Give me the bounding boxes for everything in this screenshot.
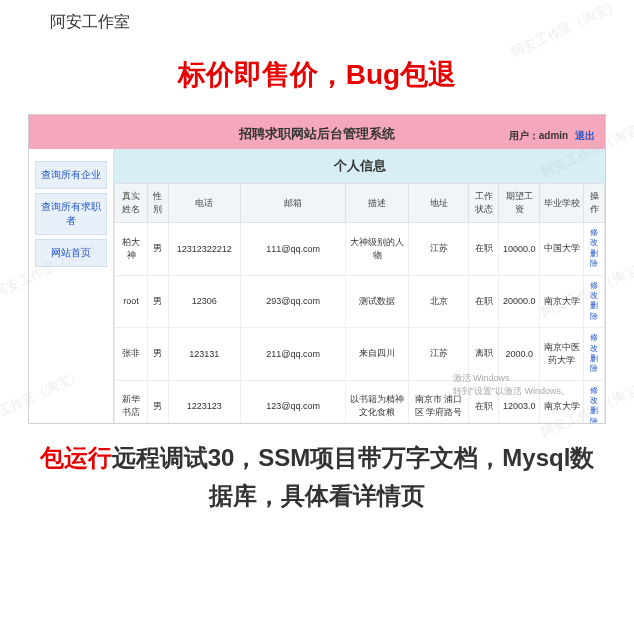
username: admin <box>539 130 568 141</box>
table-cell: 柏大神 <box>115 223 148 276</box>
admin-screenshot: 招聘求职网站后台管理系统 用户：admin 退出 查询所有企业 查询所有求职者 … <box>28 114 606 424</box>
headline-2-red: 包运行 <box>40 444 112 471</box>
table-cell: 来自四川 <box>346 328 408 381</box>
table-header-cell: 期望工资 <box>499 184 540 223</box>
table-cell: 江苏 <box>408 223 468 276</box>
table-cell: 南京大学 <box>540 275 584 328</box>
user-bar: 用户：admin 退出 <box>509 129 595 143</box>
table-header-cell: 毕业学校 <box>540 184 584 223</box>
table-header-row: 真实姓名性别电话邮箱描述地址工作状态期望工资毕业学校操作 <box>115 184 605 223</box>
table-cell: 123131 <box>168 328 240 381</box>
table-header-cell: 性别 <box>148 184 169 223</box>
table-header-cell: 工作状态 <box>469 184 499 223</box>
table-cell: 在职 <box>469 275 499 328</box>
user-label: 用户： <box>509 130 539 141</box>
table-row: root男12306293@qq.com测试数据北京在职20000.0南京大学修… <box>115 275 605 328</box>
headline-1: 标价即售价，Bug包退 <box>0 56 634 94</box>
admin-header: 招聘求职网站后台管理系统 用户：admin 退出 <box>29 115 605 149</box>
delete-link[interactable]: 删除 <box>587 249 601 270</box>
table-cell: root <box>115 275 148 328</box>
table-cell: 男 <box>148 380 169 423</box>
brand-label: 阿安工作室 <box>0 0 634 41</box>
table-header-cell: 真实姓名 <box>115 184 148 223</box>
table-cell: 男 <box>148 223 169 276</box>
logout-link[interactable]: 退出 <box>575 130 595 141</box>
table-row: 柏大神男12312322212111@qq.com大神级别的人物江苏在职1000… <box>115 223 605 276</box>
edit-link[interactable]: 修改 <box>587 333 601 354</box>
table-cell: 张非 <box>115 328 148 381</box>
admin-title: 招聘求职网站后台管理系统 <box>239 126 395 141</box>
action-cell: 修改删除 <box>584 275 605 328</box>
table-header-cell: 电话 <box>168 184 240 223</box>
table-cell: 293@qq.com <box>240 275 346 328</box>
table-cell: 12306 <box>168 275 240 328</box>
table-cell: 测试数据 <box>346 275 408 328</box>
sidebar-item-jobseekers[interactable]: 查询所有求职者 <box>35 193 107 235</box>
action-cell: 修改删除 <box>584 223 605 276</box>
table-cell: 男 <box>148 328 169 381</box>
table-header-cell: 地址 <box>408 184 468 223</box>
edit-link[interactable]: 修改 <box>587 281 601 302</box>
main-title: 个人信息 <box>114 149 605 183</box>
table-cell: 中国大学 <box>540 223 584 276</box>
delete-link[interactable]: 删除 <box>587 354 601 375</box>
delete-link[interactable]: 删除 <box>587 406 601 423</box>
table-cell: 12312322212 <box>168 223 240 276</box>
table-cell: 男 <box>148 275 169 328</box>
table-cell: 211@qq.com <box>240 328 346 381</box>
table-cell: 123@qq.com <box>240 380 346 423</box>
sidebar: 查询所有企业 查询所有求职者 网站首页 <box>29 149 114 423</box>
table-cell: 北京 <box>408 275 468 328</box>
table-header-cell: 操作 <box>584 184 605 223</box>
table-header-cell: 描述 <box>346 184 408 223</box>
headline-2-black: 远程调试30，SSM项目带万字文档，Mysql数据库，具体看详情页 <box>112 444 595 509</box>
table-cell: 新华书店 <box>115 380 148 423</box>
headline-2: 包运行远程调试30，SSM项目带万字文档，Mysql数据库，具体看详情页 <box>30 439 604 516</box>
table-cell: 大神级别的人物 <box>346 223 408 276</box>
table-header-cell: 邮箱 <box>240 184 346 223</box>
edit-link[interactable]: 修改 <box>587 386 601 407</box>
table-cell: 在职 <box>469 223 499 276</box>
table-cell: 20000.0 <box>499 275 540 328</box>
sidebar-item-companies[interactable]: 查询所有企业 <box>35 161 107 189</box>
action-cell: 修改删除 <box>584 380 605 423</box>
table-cell: 以书籍为精神文化食粮 <box>346 380 408 423</box>
edit-link[interactable]: 修改 <box>587 228 601 249</box>
table-cell: 10000.0 <box>499 223 540 276</box>
table-cell: 1223123 <box>168 380 240 423</box>
delete-link[interactable]: 删除 <box>587 301 601 322</box>
sidebar-item-home[interactable]: 网站首页 <box>35 239 107 267</box>
action-cell: 修改删除 <box>584 328 605 381</box>
windows-activation-hint: 激活 Windows 转到"设置"以激活 Windows。 <box>453 372 570 398</box>
table-cell: 111@qq.com <box>240 223 346 276</box>
